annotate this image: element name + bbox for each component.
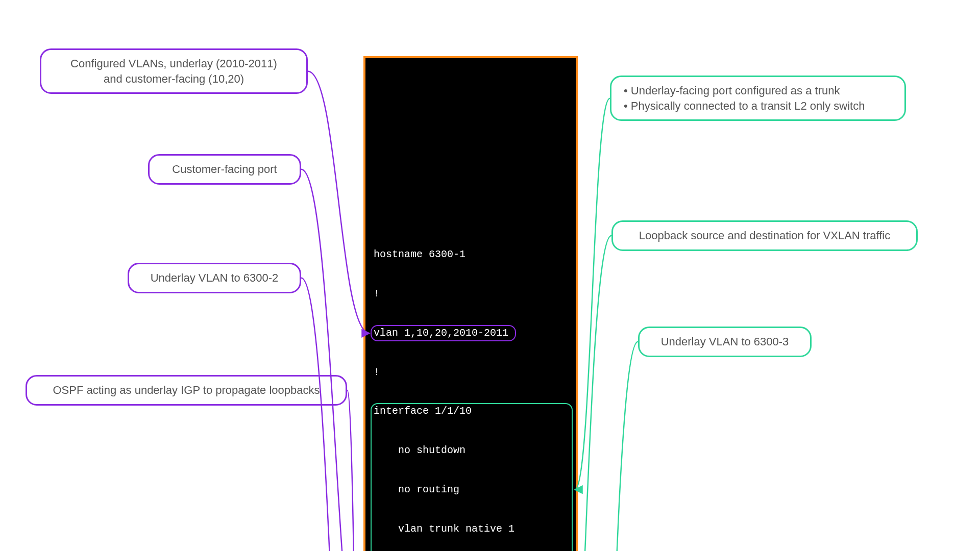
callout-underlay-trunk-port: • Underlay-facing port configured as a t… bbox=[610, 76, 906, 121]
callout-underlay-vlan-6300-2: Underlay VLAN to 6300-2 bbox=[128, 263, 301, 293]
callout-text: Customer-facing port bbox=[172, 162, 277, 177]
callout-text: Underlay VLAN to 6300-3 bbox=[661, 334, 789, 349]
callout-text: Underlay VLAN to 6300-2 bbox=[151, 270, 279, 286]
callout-text: Configured VLANs, underlay (2010-2011) bbox=[70, 56, 277, 71]
code-line: ! bbox=[374, 287, 568, 300]
callout-text: Loopback source and destination for VXLA… bbox=[639, 228, 890, 243]
code-line: ! bbox=[374, 366, 568, 379]
callout-underlay-vlan-6300-3: Underlay VLAN to 6300-3 bbox=[638, 327, 812, 357]
callout-customer-facing-port: Customer-facing port bbox=[148, 154, 301, 185]
code-line: no routing bbox=[374, 483, 568, 496]
terminal-window: hostname 6300-1 ! vlan 1,10,20,2010-2011… bbox=[363, 56, 578, 551]
callout-text: and customer-facing (10,20) bbox=[104, 71, 244, 87]
code-line: vlan 1,10,20,2010-2011 bbox=[374, 327, 568, 340]
code-line: vlan trunk native 1 bbox=[374, 522, 568, 536]
callout-ospf-igp: OSPF acting as underlay IGP to propagate… bbox=[26, 375, 347, 406]
callout-text: OSPF acting as underlay IGP to propagate… bbox=[53, 383, 320, 398]
callout-loopback-vxlan: Loopback source and destination for VXLA… bbox=[611, 220, 918, 251]
code-line: hostname 6300-1 bbox=[374, 248, 568, 261]
code-block: hostname 6300-1 ! vlan 1,10,20,2010-2011… bbox=[374, 91, 568, 551]
callout-configured-vlans: Configured VLANs, underlay (2010-2011) a… bbox=[40, 48, 308, 94]
callout-text: • Underlay-facing port configured as a t… bbox=[624, 83, 840, 98]
callout-text: • Physically connected to a transit L2 o… bbox=[624, 98, 865, 114]
code-line: no shutdown bbox=[374, 444, 568, 457]
code-line: interface 1/1/10 bbox=[374, 405, 568, 418]
